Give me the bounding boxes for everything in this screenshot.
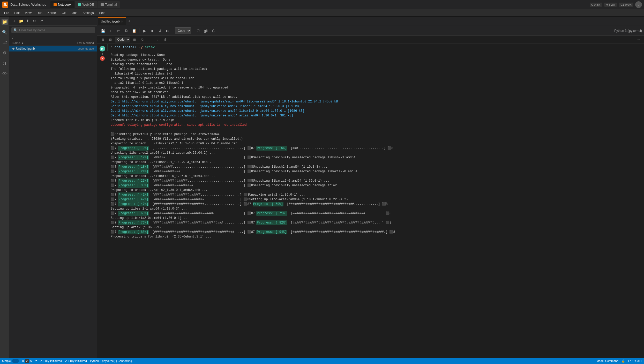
activity-files[interactable]: 📁 [2,19,8,25]
tab-webide[interactable]: WebIDE [75,1,97,8]
cell-zoom-btn[interactable]: ⊞ [131,36,138,43]
tab-notebook[interactable]: Notebook [50,1,74,8]
add-tab-btn[interactable]: + [126,18,132,24]
progress-bar-9c: Progress: [ 71%] [256,211,287,216]
sidebar-new-file-btn[interactable]: + [11,18,17,24]
toolbar-separator-1 [139,28,139,33]
progress-bar-6a: Progress: [ 35%] [118,183,149,188]
output-line-18: (Reading database ... 20089 files and di… [111,137,641,141]
output-line-22: Preparing to unpack .../libaria2-0_1.36.… [111,174,641,179]
activity-jobs[interactable]: ◑ [2,60,8,66]
initialized-label-1: Fully initialized [43,359,62,362]
col-name-header[interactable]: Name ▲ [12,41,63,44]
cell-type-select[interactable]: Code [175,27,191,34]
avatar[interactable]: U [635,1,642,8]
interrupt-btn[interactable]: ■ [149,27,156,34]
settings-icon[interactable]: ⚙ [30,359,33,363]
cell-run-btn[interactable]: ▶ [100,46,105,51]
menu-kernel[interactable]: Kernel [46,10,59,16]
cell-move-down-btn[interactable]: ↓ [154,36,161,43]
sidebar-new-folder-btn[interactable]: 📁 [18,18,24,24]
menu-tabs[interactable]: Tabs [69,10,79,16]
git-btn[interactable]: git [202,27,209,34]
sidebar-git-btn[interactable]: ⎇ [38,18,44,24]
mode-label: Simple [2,359,11,362]
cell-more-btn[interactable]: ··· [635,36,642,43]
sidebar-refresh-btn[interactable]: ↻ [32,18,37,24]
restart-run-btn[interactable]: ⏭ [164,27,171,34]
progress-bar-8a: Progress: [ 47%] [118,197,149,202]
progress-bar-10c: Progress: [ 82%] [256,220,287,225]
activity-search[interactable]: 🔍 [2,29,8,35]
notebook-tab-untitled[interactable]: Untitled.ipynb × [98,17,126,25]
progress-bar-7b: [#########################..............… [150,192,305,197]
cell-error-icon: ✕ [100,56,105,61]
status-mode[interactable]: Simple [2,359,19,363]
toolbar-separator-3 [193,28,193,33]
output-line-blank [111,127,641,132]
menu-settings[interactable]: Settings [80,10,96,16]
menu-file[interactable]: File [2,10,11,16]
menu-help[interactable]: Help [97,10,108,16]
check-icon-1: ✓ [40,359,42,363]
cell-toolbar: ⊞ ⊟ Code ⊞ ⧉ ↑ ↓ 🗑 ··· [97,36,644,44]
file-item-untitled[interactable]: Untitled.ipynb seconds ago [9,46,97,51]
menu-run[interactable]: Run [35,10,44,16]
git-status-icon[interactable]: ⎇ [34,359,37,363]
activity-code[interactable]: </> [2,70,8,77]
output-line-1: Reading package lists... Done [111,53,641,57]
output-line-21: Preparing to unpack .../libssh2-1_1.10.0… [111,160,641,165]
search-input[interactable] [19,28,93,32]
cell-indicator: 2 [25,359,29,363]
mode-toggle[interactable] [12,359,19,363]
output-area[interactable]: Reading package lists... Done Building d… [108,51,644,358]
progress-bar-10a: Progress: [ 76%] [118,220,149,225]
output-line-12: Get:2 http://mirrors.cloud.aliyuncs.com/… [111,104,641,109]
progress-row-8: ⬛7Progress: [ 47%] [####################… [111,197,641,202]
copy-btn[interactable]: ⧉ [123,27,130,34]
timing-btn[interactable]: ⏱ [194,27,202,34]
progress-bar-9b: [################################.......… [150,211,255,216]
output-line-25: Setting up libaria2-0:amd64 (1.36.0-1) .… [111,216,641,220]
progress-label-9: ⬛7 [111,211,116,216]
menu-view[interactable]: View [23,10,34,16]
sidebar-upload-btn[interactable]: ⬆ [25,18,31,24]
code-input[interactable]: ! apt install -y aria2 [108,44,644,51]
cell-expand-btn[interactable]: ⊞ [99,36,106,43]
notebook-icon [54,3,57,6]
cut-btn[interactable]: ✂ [115,27,122,34]
cell-tb-type-select[interactable]: Code [115,37,130,42]
progress-bar-7a: Progress: [ 41%] [118,192,149,197]
cell-delete-btn[interactable]: 🗑 [162,36,169,43]
col-modified-header: Last Modified [63,41,94,44]
progress-label-10: ⬛7 [111,220,116,225]
save-btn[interactable]: 💾 [99,27,107,34]
cell-move-up-btn[interactable]: ↑ [147,36,153,43]
tab-terminal-label: Terminal [105,3,117,6]
activity-git[interactable]: ⎇ [2,39,8,46]
cell-collapse-btn[interactable]: ⊟ [107,36,114,43]
tab-terminal[interactable]: Terminal [98,1,120,8]
progress-bar-4a: Progress: [ 24%] [118,169,149,174]
status-secure: 🔒 [621,359,625,363]
add-cell-btn[interactable]: + [107,27,114,34]
cmd-flag: -y [139,45,143,49]
output-line-7: aria2 libaria2-0 libc-ares2 libssh2-1 [111,81,641,85]
sort-icon: ▲ [21,41,24,44]
restart-btn[interactable]: ↺ [156,27,164,34]
mem-badge: M 3.2% [604,3,617,7]
cell-copy-btn[interactable]: ⧉ [139,36,146,43]
progress-bar-1d: [###....................................… [289,146,393,151]
output-line-4: The following additional packages will b… [111,67,641,71]
progress-bar-1b: [.......................................… [150,146,255,151]
notebook-tab-close[interactable]: × [121,19,123,24]
cell-number: 1 [102,53,103,56]
progress-row-3: ⬛7Progress: [ 18%] [##########..........… [111,165,641,169]
paste-btn[interactable]: 📋 [130,27,138,34]
activity-extensions[interactable]: ⚙ [2,50,8,56]
main-content: 📁 🔍 ⎇ ⚙ ◑ </> + 📁 ⬆ ↻ ⎇ 🔍 / Name ▲ Last … [0,17,644,358]
run-btn[interactable]: ▶ [141,27,148,34]
menu-git[interactable]: Git [60,10,68,16]
menu-edit[interactable]: Edit [12,10,22,16]
share-btn[interactable]: ⬡ [210,27,217,34]
